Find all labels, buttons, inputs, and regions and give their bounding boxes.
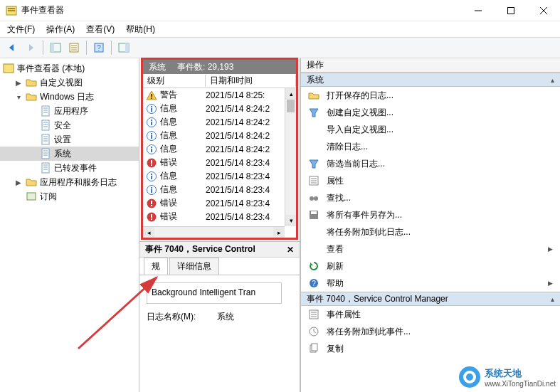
svg-rect-54 — [311, 211, 317, 214]
event-list[interactable]: 级别 日期和时间 警告2021/5/14 8:25:信息2021/5/14 8:… — [143, 74, 296, 238]
event-row[interactable]: 警告2021/5/14 8:25: — [143, 88, 296, 102]
view-icon — [308, 243, 319, 255]
chevron-right-icon: ▶ — [548, 245, 553, 253]
action-find[interactable]: 查找... — [301, 189, 560, 206]
action-attach-task-event[interactable]: 将任务附加到此事件... — [301, 323, 560, 340]
window-controls — [462, 0, 560, 21]
menu-help[interactable]: 帮助(H) — [122, 22, 159, 37]
tree-forwarded[interactable]: 已转发事件 — [0, 161, 139, 175]
action-attach-task-event-label: 将任务附加到此事件... — [327, 326, 411, 338]
copy-icon — [308, 343, 319, 354]
back-button[interactable] — [4, 40, 20, 55]
export-list-button[interactable] — [66, 40, 82, 55]
toolbar-extra-button[interactable] — [116, 40, 132, 55]
properties-icon — [308, 175, 319, 186]
actions-section-system[interactable]: 系统 ▴ — [301, 73, 560, 87]
collapse-icon[interactable]: ▾ — [14, 93, 23, 101]
col-level[interactable]: 级别 — [143, 75, 206, 87]
action-copy[interactable]: 复制 — [301, 340, 560, 357]
actions-section-event[interactable]: 事件 7040，Service Control Manager ▴ — [301, 292, 560, 306]
binoculars-icon — [308, 192, 319, 203]
close-button[interactable] — [527, 0, 560, 21]
tree-subscriptions[interactable]: 订阅 — [0, 189, 139, 203]
toolbar: ? — [0, 37, 560, 58]
warning-icon — [146, 90, 157, 101]
scroll-right-icon[interactable]: ▸ — [273, 227, 285, 238]
tab-details[interactable]: 详细信息 — [169, 258, 219, 275]
minimize-button[interactable] — [462, 0, 495, 21]
col-date[interactable]: 日期和时间 — [206, 75, 296, 87]
funnel-icon — [308, 107, 319, 118]
menu-view[interactable]: 查看(V) — [82, 22, 119, 37]
action-view-label: 查看 — [327, 243, 344, 255]
scroll-thumb[interactable] — [287, 100, 295, 112]
tree-windows-logs[interactable]: ▾ Windows 日志 — [0, 90, 139, 104]
list-vscrollbar[interactable]: ▴ ▾ — [285, 88, 296, 226]
tree-security[interactable]: 安全 — [0, 118, 139, 132]
tree-app-services[interactable]: ▶ 应用程序和服务日志 — [0, 175, 139, 189]
event-row[interactable]: 信息2021/5/14 8:24:2 — [143, 142, 296, 156]
tree-root[interactable]: 事件查看器 (本地) — [0, 61, 139, 75]
action-properties[interactable]: 属性 — [301, 172, 560, 189]
refresh-icon — [308, 260, 319, 272]
event-row[interactable]: 信息2021/5/14 8:23:4 — [143, 183, 296, 196]
detail-title: 事件 7040，Service Control — [145, 243, 255, 255]
expand-icon[interactable]: ▶ — [14, 79, 23, 87]
svg-rect-31 — [151, 133, 152, 134]
svg-rect-2 — [8, 10, 15, 11]
event-row[interactable]: 信息2021/5/14 8:23:4 — [143, 169, 296, 183]
column-headers[interactable]: 级别 日期和时间 — [143, 74, 296, 88]
list-hscrollbar[interactable]: ◂ ▸ — [143, 226, 285, 238]
tree-system[interactable]: 系统 — [0, 147, 139, 161]
event-row[interactable]: 错误2021/5/14 8:23:4 — [143, 156, 296, 169]
action-attach-task-log[interactable]: 将任务附加到此日志... — [301, 223, 560, 240]
action-help[interactable]: ?帮助▶ — [301, 275, 560, 292]
event-row[interactable]: 信息2021/5/14 8:24:2 — [143, 129, 296, 142]
row-level: 错误 — [160, 157, 206, 169]
action-refresh[interactable]: 刷新 — [301, 258, 560, 275]
svg-rect-34 — [151, 147, 152, 148]
svg-rect-20 — [27, 193, 36, 200]
tree-setup[interactable]: 设置 — [0, 132, 139, 147]
task-icon — [308, 326, 319, 337]
svg-rect-25 — [151, 106, 152, 107]
folder-open-icon — [26, 91, 37, 102]
svg-rect-42 — [151, 189, 152, 193]
event-row[interactable]: 错误2021/5/14 8:23:4 — [143, 196, 296, 210]
show-hide-tree-button[interactable] — [48, 40, 63, 55]
action-open-saved[interactable]: 打开保存的日志... — [301, 87, 560, 104]
event-row[interactable]: 信息2021/5/14 8:24:2 — [143, 115, 296, 129]
action-attach-task-log-label: 将任务附加到此日志... — [327, 226, 411, 238]
action-event-properties[interactable]: 事件属性 — [301, 306, 560, 323]
row-date: 2021/5/14 8:24:2 — [206, 144, 293, 154]
maximize-button[interactable] — [495, 0, 527, 21]
tree-custom-views[interactable]: ▶ 自定义视图 — [0, 75, 139, 90]
action-clear-log[interactable]: 清除日志... — [301, 138, 560, 155]
tree-application[interactable]: 应用程序 — [0, 104, 139, 118]
action-filter-log[interactable]: 筛选当前日志... — [301, 155, 560, 172]
menu-file[interactable]: 文件(F) — [3, 22, 39, 37]
menu-action[interactable]: 操作(A) — [42, 22, 79, 37]
action-create-view[interactable]: 创建自定义视图... — [301, 104, 560, 121]
save-icon — [308, 209, 319, 221]
help-button[interactable]: ? — [91, 40, 107, 55]
tab-general[interactable]: 规 — [144, 258, 168, 275]
event-row[interactable]: 信息2021/5/14 8:24:2 — [143, 102, 296, 115]
folder-icon — [26, 77, 37, 88]
expand-icon[interactable]: ▶ — [14, 179, 23, 186]
forward-button[interactable] — [23, 40, 38, 55]
scroll-left-icon[interactable]: ◂ — [143, 227, 154, 238]
import-icon — [308, 124, 319, 135]
svg-rect-27 — [151, 122, 152, 125]
scroll-down-icon[interactable]: ▾ — [285, 215, 296, 226]
titlebar: 事件查看器 — [0, 0, 560, 21]
action-import-view[interactable]: 导入自定义视图... — [301, 121, 560, 138]
close-detail-button[interactable]: ✕ — [287, 245, 294, 255]
action-view[interactable]: 查看▶ — [301, 240, 560, 258]
actions-pane: 操作 系统 ▴ 打开保存的日志... 创建自定义视图... 导入自定义视图...… — [300, 58, 560, 392]
row-level: 信息 — [160, 184, 206, 196]
event-row[interactable]: 错误2021/5/14 8:23:4 — [143, 210, 296, 223]
action-save-all[interactable]: 将所有事件另存为... — [301, 206, 560, 223]
info-icon — [146, 117, 157, 128]
scroll-up-icon[interactable]: ▴ — [285, 88, 296, 100]
